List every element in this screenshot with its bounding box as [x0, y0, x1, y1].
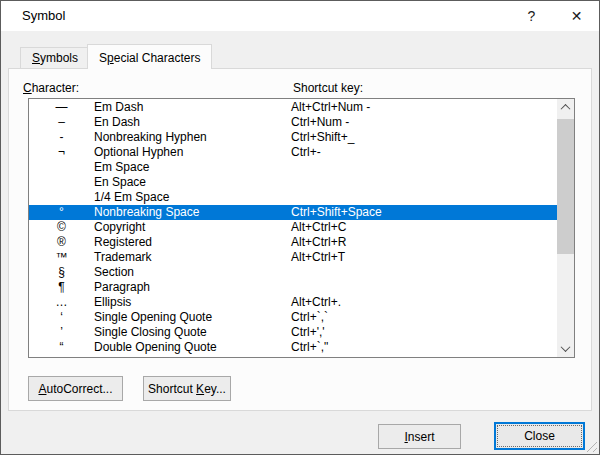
symbol-dialog: Symbol ? ✕ Symbols Special Characters Ch…	[0, 0, 600, 455]
list-item-shortcut: Alt+Ctrl+Num -	[291, 100, 557, 115]
chevron-up-icon	[561, 104, 571, 114]
list-item[interactable]: ‘ Single Opening Quote Ctrl+`,`	[29, 310, 557, 325]
help-icon: ?	[528, 8, 536, 24]
list-item-name: En Space	[94, 175, 291, 190]
list-item[interactable]: 1/4 Em Space	[29, 190, 557, 205]
window-close-button[interactable]: ✕	[554, 1, 599, 31]
list-item-name: Em Dash	[94, 100, 291, 115]
list-item-shortcut: Ctrl+`,`	[291, 310, 557, 325]
list-item-shortcut: Ctrl+Num -	[291, 115, 557, 130]
shortcut-key-column-label: Shortcut key:	[293, 81, 363, 95]
close-icon: ✕	[571, 8, 583, 24]
scroll-down-button[interactable]	[557, 340, 574, 357]
list-item-shortcut	[291, 265, 557, 280]
list-item-symbol: ’	[29, 325, 94, 340]
list-item-name: 1/4 Em Space	[94, 190, 291, 205]
help-button[interactable]: ?	[509, 1, 554, 31]
list-item-shortcut	[291, 160, 557, 175]
list-item[interactable]: - Nonbreaking Hyphen Ctrl+Shift+_	[29, 130, 557, 145]
list-item-symbol: —	[29, 100, 94, 115]
list-item-symbol	[29, 190, 94, 205]
list-item[interactable]: — Em Dash Alt+Ctrl+Num -	[29, 100, 557, 115]
scrollbar[interactable]	[557, 99, 574, 357]
list-item-shortcut	[291, 175, 557, 190]
list-item-name: En Dash	[94, 115, 291, 130]
list-item[interactable]: § Section	[29, 265, 557, 280]
list-item[interactable]: – En Dash Ctrl+Num -	[29, 115, 557, 130]
list-item[interactable]: ’ Single Closing Quote Ctrl+','	[29, 325, 557, 340]
list-item-name: Copyright	[94, 220, 291, 235]
list-item[interactable]: En Space	[29, 175, 557, 190]
list-item-name: Optional Hyphen	[94, 145, 291, 160]
list-item-name: Trademark	[94, 250, 291, 265]
list-item[interactable]: ¬ Optional Hyphen Ctrl+-	[29, 145, 557, 160]
special-characters-page: Character: Shortcut key: — Em Dash Alt+C…	[8, 68, 592, 411]
list-item-name: Single Opening Quote	[94, 310, 291, 325]
dialog-title: Symbol	[22, 8, 65, 23]
list-item[interactable]: “ Double Opening Quote Ctrl+`,"	[29, 340, 557, 355]
list-item-name: Double Opening Quote	[94, 340, 291, 355]
list-item-name: Em Space	[94, 160, 291, 175]
list-item-shortcut: Alt+Ctrl+R	[291, 235, 557, 250]
list-item-symbol: °	[29, 205, 94, 220]
tab-symbols[interactable]: Symbols	[20, 47, 90, 69]
special-characters-list-rows: — Em Dash Alt+Ctrl+Num - – En Dash Ctrl+…	[29, 100, 557, 355]
list-item-name: Paragraph	[94, 280, 291, 295]
resize-grip[interactable]	[584, 439, 597, 452]
list-item-symbol: ¬	[29, 145, 94, 160]
list-item-symbol: ©	[29, 220, 94, 235]
autocorrect-button[interactable]: AutoCorrect...	[28, 376, 123, 401]
list-item[interactable]: ® Registered Alt+Ctrl+R	[29, 235, 557, 250]
character-column-label: Character:	[23, 81, 79, 95]
list-item-name: Nonbreaking Hyphen	[94, 130, 291, 145]
list-item[interactable]: … Ellipsis Alt+Ctrl+.	[29, 295, 557, 310]
list-item-shortcut: Ctrl+Shift+_	[291, 130, 557, 145]
list-item-name: Nonbreaking Space	[94, 205, 291, 220]
list-item-shortcut	[291, 280, 557, 295]
list-item-symbol: …	[29, 295, 94, 310]
list-item-symbol: “	[29, 340, 94, 355]
list-item-symbol: ¶	[29, 280, 94, 295]
list-item[interactable]: © Copyright Alt+Ctrl+C	[29, 220, 557, 235]
special-characters-list[interactable]: — Em Dash Alt+Ctrl+Num - – En Dash Ctrl+…	[28, 98, 575, 358]
scrollbar-thumb[interactable]	[557, 119, 574, 254]
list-item-symbol: ®	[29, 235, 94, 250]
list-item-shortcut: Ctrl+Shift+Space	[291, 205, 557, 220]
list-item-symbol: -	[29, 130, 94, 145]
list-item-shortcut: Alt+Ctrl+.	[291, 295, 557, 310]
list-item-shortcut: Ctrl+','	[291, 325, 557, 340]
list-item-name: Single Closing Quote	[94, 325, 291, 340]
list-item[interactable]: Em Space	[29, 160, 557, 175]
scrollbar-track[interactable]	[557, 116, 574, 340]
list-item[interactable]: ° Nonbreaking Space Ctrl+Shift+Space	[29, 205, 557, 220]
tab-special-characters[interactable]: Special Characters	[87, 44, 212, 69]
titlebar-buttons: ? ✕	[509, 1, 599, 31]
list-item-symbol	[29, 160, 94, 175]
list-item-name: Ellipsis	[94, 295, 291, 310]
list-item-shortcut	[291, 190, 557, 205]
list-item-shortcut: Alt+Ctrl+C	[291, 220, 557, 235]
list-item-symbol	[29, 175, 94, 190]
titlebar[interactable]: Symbol ? ✕	[1, 1, 599, 31]
list-item-symbol: –	[29, 115, 94, 130]
list-item-shortcut: Alt+Ctrl+T	[291, 250, 557, 265]
list-item-name: Section	[94, 265, 291, 280]
insert-button[interactable]: Insert	[378, 424, 461, 449]
list-item-shortcut: Ctrl+-	[291, 145, 557, 160]
list-item-symbol: ™	[29, 250, 94, 265]
list-item[interactable]: ™ Trademark Alt+Ctrl+T	[29, 250, 557, 265]
list-item-name: Registered	[94, 235, 291, 250]
scroll-up-button[interactable]	[557, 99, 574, 116]
close-button[interactable]: Close	[494, 422, 585, 450]
list-item-symbol: ‘	[29, 310, 94, 325]
list-item-shortcut: Ctrl+`,"	[291, 340, 557, 355]
list-item[interactable]: ¶ Paragraph	[29, 280, 557, 295]
shortcut-key-button[interactable]: Shortcut Key...	[143, 376, 231, 401]
chevron-down-icon	[561, 342, 571, 352]
list-item-symbol: §	[29, 265, 94, 280]
